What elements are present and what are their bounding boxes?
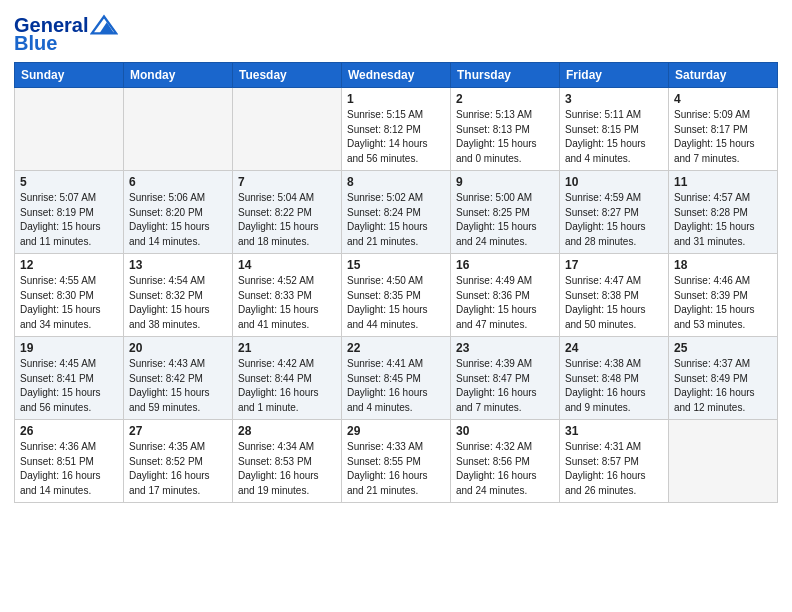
calendar-day-5-1: 26Sunrise: 4:36 AM Sunset: 8:51 PM Dayli…: [15, 420, 124, 503]
day-number: 2: [456, 92, 554, 106]
calendar-week-3: 12Sunrise: 4:55 AM Sunset: 8:30 PM Dayli…: [15, 254, 778, 337]
day-info: Sunrise: 4:46 AM Sunset: 8:39 PM Dayligh…: [674, 274, 772, 332]
day-number: 9: [456, 175, 554, 189]
calendar-day-5-2: 27Sunrise: 4:35 AM Sunset: 8:52 PM Dayli…: [124, 420, 233, 503]
day-info: Sunrise: 4:42 AM Sunset: 8:44 PM Dayligh…: [238, 357, 336, 415]
day-info: Sunrise: 4:45 AM Sunset: 8:41 PM Dayligh…: [20, 357, 118, 415]
calendar-day-4-6: 24Sunrise: 4:38 AM Sunset: 8:48 PM Dayli…: [560, 337, 669, 420]
day-number: 1: [347, 92, 445, 106]
day-info: Sunrise: 5:04 AM Sunset: 8:22 PM Dayligh…: [238, 191, 336, 249]
day-info: Sunrise: 5:00 AM Sunset: 8:25 PM Dayligh…: [456, 191, 554, 249]
day-info: Sunrise: 4:32 AM Sunset: 8:56 PM Dayligh…: [456, 440, 554, 498]
day-number: 28: [238, 424, 336, 438]
calendar-day-5-7: [669, 420, 778, 503]
day-number: 15: [347, 258, 445, 272]
page: General Blue Sunday Monday Tuesday Wedne…: [0, 0, 792, 517]
day-info: Sunrise: 4:35 AM Sunset: 8:52 PM Dayligh…: [129, 440, 227, 498]
logo: General Blue: [14, 14, 118, 54]
calendar-week-5: 26Sunrise: 4:36 AM Sunset: 8:51 PM Dayli…: [15, 420, 778, 503]
day-info: Sunrise: 5:07 AM Sunset: 8:19 PM Dayligh…: [20, 191, 118, 249]
col-friday: Friday: [560, 63, 669, 88]
calendar-day-3-2: 13Sunrise: 4:54 AM Sunset: 8:32 PM Dayli…: [124, 254, 233, 337]
calendar-day-3-4: 15Sunrise: 4:50 AM Sunset: 8:35 PM Dayli…: [342, 254, 451, 337]
calendar-week-1: 1Sunrise: 5:15 AM Sunset: 8:12 PM Daylig…: [15, 88, 778, 171]
calendar-day-2-3: 7Sunrise: 5:04 AM Sunset: 8:22 PM Daylig…: [233, 171, 342, 254]
day-info: Sunrise: 4:39 AM Sunset: 8:47 PM Dayligh…: [456, 357, 554, 415]
calendar-week-4: 19Sunrise: 4:45 AM Sunset: 8:41 PM Dayli…: [15, 337, 778, 420]
day-info: Sunrise: 4:31 AM Sunset: 8:57 PM Dayligh…: [565, 440, 663, 498]
calendar-day-4-2: 20Sunrise: 4:43 AM Sunset: 8:42 PM Dayli…: [124, 337, 233, 420]
day-number: 22: [347, 341, 445, 355]
day-number: 31: [565, 424, 663, 438]
calendar-day-2-6: 10Sunrise: 4:59 AM Sunset: 8:27 PM Dayli…: [560, 171, 669, 254]
day-info: Sunrise: 5:13 AM Sunset: 8:13 PM Dayligh…: [456, 108, 554, 166]
calendar-day-1-7: 4Sunrise: 5:09 AM Sunset: 8:17 PM Daylig…: [669, 88, 778, 171]
day-info: Sunrise: 5:02 AM Sunset: 8:24 PM Dayligh…: [347, 191, 445, 249]
col-tuesday: Tuesday: [233, 63, 342, 88]
calendar-day-5-4: 29Sunrise: 4:33 AM Sunset: 8:55 PM Dayli…: [342, 420, 451, 503]
calendar-day-1-5: 2Sunrise: 5:13 AM Sunset: 8:13 PM Daylig…: [451, 88, 560, 171]
day-info: Sunrise: 4:41 AM Sunset: 8:45 PM Dayligh…: [347, 357, 445, 415]
day-info: Sunrise: 5:11 AM Sunset: 8:15 PM Dayligh…: [565, 108, 663, 166]
calendar-day-1-2: [124, 88, 233, 171]
day-number: 26: [20, 424, 118, 438]
calendar: Sunday Monday Tuesday Wednesday Thursday…: [14, 62, 778, 503]
calendar-day-3-5: 16Sunrise: 4:49 AM Sunset: 8:36 PM Dayli…: [451, 254, 560, 337]
calendar-day-3-7: 18Sunrise: 4:46 AM Sunset: 8:39 PM Dayli…: [669, 254, 778, 337]
calendar-day-1-4: 1Sunrise: 5:15 AM Sunset: 8:12 PM Daylig…: [342, 88, 451, 171]
calendar-day-2-5: 9Sunrise: 5:00 AM Sunset: 8:25 PM Daylig…: [451, 171, 560, 254]
calendar-day-2-1: 5Sunrise: 5:07 AM Sunset: 8:19 PM Daylig…: [15, 171, 124, 254]
calendar-day-1-6: 3Sunrise: 5:11 AM Sunset: 8:15 PM Daylig…: [560, 88, 669, 171]
day-number: 4: [674, 92, 772, 106]
day-number: 19: [20, 341, 118, 355]
day-info: Sunrise: 5:06 AM Sunset: 8:20 PM Dayligh…: [129, 191, 227, 249]
day-info: Sunrise: 5:09 AM Sunset: 8:17 PM Dayligh…: [674, 108, 772, 166]
calendar-day-4-1: 19Sunrise: 4:45 AM Sunset: 8:41 PM Dayli…: [15, 337, 124, 420]
day-info: Sunrise: 4:49 AM Sunset: 8:36 PM Dayligh…: [456, 274, 554, 332]
day-info: Sunrise: 4:36 AM Sunset: 8:51 PM Dayligh…: [20, 440, 118, 498]
day-info: Sunrise: 4:59 AM Sunset: 8:27 PM Dayligh…: [565, 191, 663, 249]
calendar-day-2-7: 11Sunrise: 4:57 AM Sunset: 8:28 PM Dayli…: [669, 171, 778, 254]
day-number: 10: [565, 175, 663, 189]
day-info: Sunrise: 4:33 AM Sunset: 8:55 PM Dayligh…: [347, 440, 445, 498]
col-wednesday: Wednesday: [342, 63, 451, 88]
calendar-day-2-2: 6Sunrise: 5:06 AM Sunset: 8:20 PM Daylig…: [124, 171, 233, 254]
col-sunday: Sunday: [15, 63, 124, 88]
calendar-day-4-3: 21Sunrise: 4:42 AM Sunset: 8:44 PM Dayli…: [233, 337, 342, 420]
calendar-day-3-3: 14Sunrise: 4:52 AM Sunset: 8:33 PM Dayli…: [233, 254, 342, 337]
day-number: 24: [565, 341, 663, 355]
col-monday: Monday: [124, 63, 233, 88]
day-number: 25: [674, 341, 772, 355]
day-number: 16: [456, 258, 554, 272]
calendar-header-row: Sunday Monday Tuesday Wednesday Thursday…: [15, 63, 778, 88]
day-info: Sunrise: 4:34 AM Sunset: 8:53 PM Dayligh…: [238, 440, 336, 498]
calendar-day-5-6: 31Sunrise: 4:31 AM Sunset: 8:57 PM Dayli…: [560, 420, 669, 503]
header: General Blue: [14, 10, 778, 54]
calendar-day-4-7: 25Sunrise: 4:37 AM Sunset: 8:49 PM Dayli…: [669, 337, 778, 420]
day-number: 20: [129, 341, 227, 355]
day-number: 17: [565, 258, 663, 272]
day-number: 23: [456, 341, 554, 355]
calendar-day-4-4: 22Sunrise: 4:41 AM Sunset: 8:45 PM Dayli…: [342, 337, 451, 420]
day-info: Sunrise: 4:43 AM Sunset: 8:42 PM Dayligh…: [129, 357, 227, 415]
day-number: 3: [565, 92, 663, 106]
logo-icon: [90, 14, 118, 36]
day-number: 14: [238, 258, 336, 272]
day-number: 29: [347, 424, 445, 438]
calendar-day-5-5: 30Sunrise: 4:32 AM Sunset: 8:56 PM Dayli…: [451, 420, 560, 503]
day-number: 27: [129, 424, 227, 438]
col-thursday: Thursday: [451, 63, 560, 88]
day-number: 18: [674, 258, 772, 272]
day-info: Sunrise: 5:15 AM Sunset: 8:12 PM Dayligh…: [347, 108, 445, 166]
calendar-day-3-1: 12Sunrise: 4:55 AM Sunset: 8:30 PM Dayli…: [15, 254, 124, 337]
calendar-day-4-5: 23Sunrise: 4:39 AM Sunset: 8:47 PM Dayli…: [451, 337, 560, 420]
day-number: 6: [129, 175, 227, 189]
day-info: Sunrise: 4:55 AM Sunset: 8:30 PM Dayligh…: [20, 274, 118, 332]
calendar-day-3-6: 17Sunrise: 4:47 AM Sunset: 8:38 PM Dayli…: [560, 254, 669, 337]
day-info: Sunrise: 4:57 AM Sunset: 8:28 PM Dayligh…: [674, 191, 772, 249]
calendar-day-1-3: [233, 88, 342, 171]
calendar-week-2: 5Sunrise: 5:07 AM Sunset: 8:19 PM Daylig…: [15, 171, 778, 254]
day-info: Sunrise: 4:37 AM Sunset: 8:49 PM Dayligh…: [674, 357, 772, 415]
day-number: 21: [238, 341, 336, 355]
col-saturday: Saturday: [669, 63, 778, 88]
